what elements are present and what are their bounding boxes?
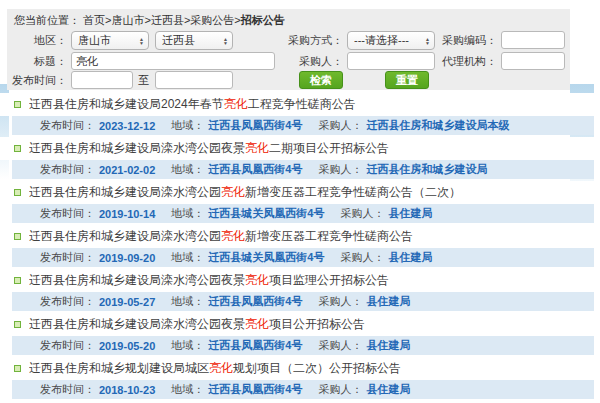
title-text-post: 新增变压器工程竞争性磋商公告 bbox=[245, 229, 413, 243]
meta-date-value: 2019-09-20 bbox=[99, 252, 155, 264]
title-text-post: 二期项目公开招标公告 bbox=[269, 141, 389, 155]
meta-buyer-label: 采购人： bbox=[340, 206, 384, 221]
region-label: 地区： bbox=[7, 31, 67, 49]
meta-buyer-value: 县住建局 bbox=[366, 382, 410, 397]
announcement-title[interactable]: 迁西县住房和城乡建设局滦水湾公园夜景亮化二期项目公开招标公告 bbox=[29, 140, 389, 157]
breadcrumb: 您当前位置： 首页>唐山市>迁西县>采购公告>招标公告 bbox=[14, 13, 285, 28]
agency-input[interactable] bbox=[501, 52, 565, 70]
purchase-method-value: ---请选择--- bbox=[354, 33, 422, 48]
announcement-title[interactable]: 迁西县住房和城乡建设局滦水湾公园亮化新增变压器工程竞争性磋商公告 bbox=[29, 228, 413, 245]
purchase-method-label: 采购方式： bbox=[267, 31, 343, 49]
meta-buyer-value: 迁西县住房和城乡建设局 bbox=[366, 162, 487, 177]
announcement-bullet-icon bbox=[14, 365, 21, 372]
title-text-post: 规划项目（二次）公开招标公告 bbox=[233, 361, 401, 375]
meta-date-label: 发布时间： bbox=[40, 338, 95, 353]
region-county-value: 迁西县 bbox=[162, 33, 220, 48]
meta-buyer-value: 县住建局 bbox=[366, 294, 410, 309]
meta-date-label: 发布时间： bbox=[40, 162, 95, 177]
meta-date-value: 2019-05-20 bbox=[99, 340, 155, 352]
region-city-value: 唐山市 bbox=[78, 33, 136, 48]
title-input[interactable] bbox=[71, 52, 275, 70]
announcement-bullet-icon bbox=[14, 189, 21, 196]
announcement-item: 迁西县住房和城乡建设局2024年春节亮化工程竞争性磋商公告 发布时间： 2023… bbox=[0, 93, 600, 137]
dropdown-arrows-icon: ▲▼ bbox=[139, 37, 144, 45]
meta-date-label: 发布时间： bbox=[40, 382, 95, 397]
announcement-title-row[interactable]: 迁西县住房和城乡建设局滦水湾公园夜景亮化二期项目公开招标公告 bbox=[0, 137, 600, 160]
title-text-pre: 迁西县住房和城乡建设局滦水湾公园夜景 bbox=[29, 141, 245, 155]
announcement-meta-row: 发布时间： 2021-02-02 地域： 迁西县凤凰西街4号 采购人： 迁西县住… bbox=[12, 160, 594, 179]
meta-region-label: 地域： bbox=[171, 294, 204, 309]
keyword-highlight: 亮化 bbox=[245, 317, 269, 331]
meta-region-value: 迁西县凤凰西街4号 bbox=[208, 338, 302, 353]
breadcrumb-current: 招标公告 bbox=[241, 14, 285, 26]
meta-date-label: 发布时间： bbox=[40, 206, 95, 221]
purchase-code-input[interactable] bbox=[501, 31, 565, 49]
meta-date-value: 2018-10-23 bbox=[99, 384, 155, 396]
meta-date-value: 2019-05-27 bbox=[99, 296, 155, 308]
title-text-pre: 迁西县住房和城乡规划建设局城区 bbox=[29, 361, 209, 375]
agency-label: 代理机构： bbox=[425, 52, 497, 70]
meta-buyer-label: 采购人： bbox=[318, 294, 362, 309]
announcement-meta-row: 发布时间： 2018-10-23 地域： 迁西县凤凰西街4号 采购人： 县住建局 bbox=[12, 380, 594, 399]
announcement-meta-row: 发布时间： 2019-10-14 地域： 迁西县城关凤凰西街4号 采购人： 县住… bbox=[12, 204, 594, 223]
announcement-title[interactable]: 迁西县住房和城乡建设局滦水湾公园夜景亮化项目公开招标公告 bbox=[29, 316, 365, 333]
publish-date-label: 发布时间： bbox=[7, 71, 67, 89]
announcement-title[interactable]: 迁西县住房和城乡建设局滦水湾公园夜景亮化项目监理公开招标公告 bbox=[29, 272, 389, 289]
date-from-input[interactable] bbox=[71, 71, 133, 89]
meta-date-label: 发布时间： bbox=[40, 294, 95, 309]
region-county-select[interactable]: 迁西县 ▲▼ bbox=[155, 31, 233, 50]
keyword-highlight: 亮化 bbox=[209, 361, 233, 375]
announcement-bullet-icon bbox=[14, 321, 21, 328]
title-label: 标题： bbox=[7, 52, 67, 70]
announcement-title-row[interactable]: 迁西县住房和城乡建设局滦水湾公园亮化新增变压器工程竞争性磋商公告 bbox=[0, 225, 600, 248]
reset-button[interactable]: 重置 bbox=[385, 71, 429, 89]
purchase-code-label: 采购编码： bbox=[425, 31, 497, 49]
breadcrumb-path[interactable]: 首页>唐山市>迁西县>采购公告> bbox=[83, 14, 241, 26]
dropdown-arrows-icon: ▲▼ bbox=[223, 37, 228, 45]
title-text-pre: 迁西县住房和城乡建设局滦水湾公园夜景 bbox=[29, 273, 245, 287]
meta-region-label: 地域： bbox=[171, 118, 204, 133]
meta-buyer-label: 采购人： bbox=[318, 118, 362, 133]
announcement-title-row[interactable]: 迁西县住房和城乡规划建设局城区亮化规划项目（二次）公开招标公告 bbox=[0, 357, 600, 380]
keyword-highlight: 亮化 bbox=[221, 185, 245, 199]
meta-region-value: 迁西县凤凰西街4号 bbox=[208, 294, 302, 309]
meta-region-value: 迁西县凤凰西街4号 bbox=[208, 118, 302, 133]
announcement-item: 迁西县住房和城乡建设局滦水湾公园夜景亮化项目公开招标公告 发布时间： 2019-… bbox=[0, 313, 600, 357]
meta-date-value: 2019-10-14 bbox=[99, 208, 155, 220]
announcement-meta-row: 发布时间： 2019-05-20 地域： 迁西县凤凰西街4号 采购人： 县住建局 bbox=[12, 336, 594, 355]
announcement-title-row[interactable]: 迁西县住房和城乡建设局滦水湾公园夜景亮化项目公开招标公告 bbox=[0, 313, 600, 336]
breadcrumb-label: 您当前位置： bbox=[14, 14, 80, 26]
announcement-title-row[interactable]: 迁西县住房和城乡建设局滦水湾公园亮化新增变压器工程竞争性磋商公告（二次） bbox=[0, 181, 600, 204]
date-to-input[interactable] bbox=[155, 71, 233, 89]
meta-region-value: 迁西县城关凤凰西街4号 bbox=[208, 206, 324, 221]
buyer-input[interactable] bbox=[347, 52, 435, 70]
title-text-post: 项目监理公开招标公告 bbox=[269, 273, 389, 287]
title-text-post: 工程竞争性磋商公告 bbox=[248, 97, 356, 111]
announcement-title-row[interactable]: 迁西县住房和城乡建设局2024年春节亮化工程竞争性磋商公告 bbox=[0, 93, 600, 116]
keyword-highlight: 亮化 bbox=[221, 229, 245, 243]
announcement-title[interactable]: 迁西县住房和城乡建设局滦水湾公园亮化新增变压器工程竞争性磋商公告（二次） bbox=[29, 184, 461, 201]
meta-buyer-label: 采购人： bbox=[340, 250, 384, 265]
meta-date-label: 发布时间： bbox=[40, 250, 95, 265]
announcement-item: 迁西县住房和城乡规划建设局城区亮化规划项目（二次）公开招标公告 发布时间： 20… bbox=[0, 357, 600, 401]
announcement-meta-row: 发布时间： 2023-12-12 地域： 迁西县凤凰西街4号 采购人： 迁西县住… bbox=[12, 116, 594, 135]
search-panel: 您当前位置： 首页>唐山市>迁西县>采购公告>招标公告 地区： 唐山市 ▲▼ 迁… bbox=[7, 9, 570, 90]
meta-date-value: 2021-02-02 bbox=[99, 164, 155, 176]
announcement-title[interactable]: 迁西县住房和城乡规划建设局城区亮化规划项目（二次）公开招标公告 bbox=[29, 360, 401, 377]
purchase-method-select[interactable]: ---请选择--- ▲▼ bbox=[347, 31, 435, 50]
meta-region-label: 地域： bbox=[171, 250, 204, 265]
meta-buyer-value: 县住建局 bbox=[366, 338, 410, 353]
announcement-title-row[interactable]: 迁西县住房和城乡建设局滦水湾公园夜景亮化项目监理公开招标公告 bbox=[0, 269, 600, 292]
meta-buyer-value: 县住建局 bbox=[388, 206, 432, 221]
search-button[interactable]: 检索 bbox=[299, 71, 343, 89]
meta-region-value: 迁西县城关凤凰西街4号 bbox=[208, 250, 324, 265]
announcement-bullet-icon bbox=[14, 101, 21, 108]
announcement-title[interactable]: 迁西县住房和城乡建设局2024年春节亮化工程竞争性磋商公告 bbox=[29, 96, 356, 113]
announcement-bullet-icon bbox=[14, 233, 21, 240]
meta-region-value: 迁西县凤凰西街4号 bbox=[208, 382, 302, 397]
buyer-label: 采购人： bbox=[267, 52, 343, 70]
meta-region-label: 地域： bbox=[171, 206, 204, 221]
meta-region-label: 地域： bbox=[171, 382, 204, 397]
region-city-select[interactable]: 唐山市 ▲▼ bbox=[71, 31, 149, 50]
meta-date-value: 2023-12-12 bbox=[99, 120, 155, 132]
